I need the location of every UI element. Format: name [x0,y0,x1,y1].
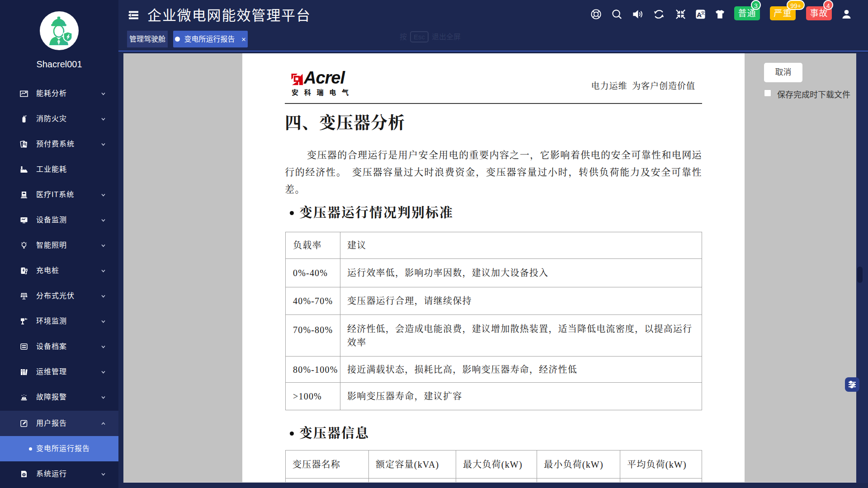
svg-text:文: 文 [701,10,705,15]
